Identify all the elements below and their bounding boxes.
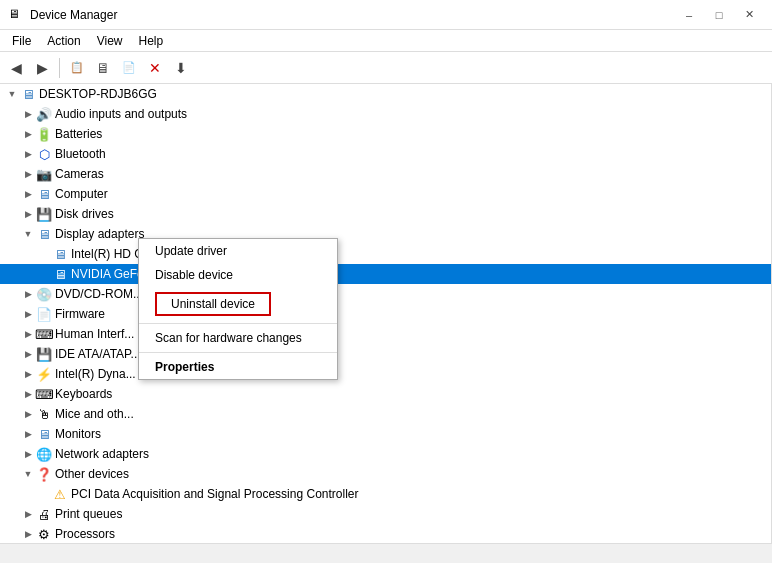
other-icon: ❓ <box>36 466 52 482</box>
processors-expand[interactable]: ▶ <box>20 526 36 542</box>
human-label: Human Interf... <box>55 327 134 341</box>
intel-dyn-icon: ⚡ <box>36 366 52 382</box>
monitors-expand[interactable]: ▶ <box>20 426 36 442</box>
root-icon: 🖥 <box>20 86 36 102</box>
audio-label: Audio inputs and outputs <box>55 107 187 121</box>
root-expand-icon[interactable]: ▼ <box>4 86 20 102</box>
intel-dyn-label: Intel(R) Dyna... <box>55 367 136 381</box>
cameras-expand[interactable]: ▶ <box>20 166 36 182</box>
displayadapters-icon: 🖥 <box>36 226 52 242</box>
ide-label: IDE ATA/ATAP... <box>55 347 141 361</box>
context-menu-properties[interactable]: Properties <box>139 355 337 379</box>
cameras-label: Cameras <box>55 167 104 181</box>
toolbar-uninstall[interactable]: ✕ <box>143 56 167 80</box>
tree-item-mice[interactable]: ▶ 🖱 Mice and oth... <box>0 404 771 424</box>
audio-expand[interactable]: ▶ <box>20 106 36 122</box>
monitors-label: Monitors <box>55 427 101 441</box>
print-label: Print queues <box>55 507 122 521</box>
tree-item-processors[interactable]: ▶ ⚙ Processors <box>0 524 771 543</box>
tree-item-cameras[interactable]: ▶ 📷 Cameras <box>0 164 771 184</box>
context-menu-scan[interactable]: Scan for hardware changes <box>139 326 337 350</box>
toolbar: ◀ ▶ 📋 🖥 📄 ✕ ⬇ <box>0 52 772 84</box>
toolbar-properties[interactable]: 📋 <box>65 56 89 80</box>
menu-help[interactable]: Help <box>131 32 172 50</box>
processors-icon: ⚙ <box>36 526 52 542</box>
context-menu: Update driver Disable device Uninstall d… <box>138 238 338 380</box>
context-menu-disable[interactable]: Disable device <box>139 263 337 287</box>
batteries-icon: 🔋 <box>36 126 52 142</box>
menu-view[interactable]: View <box>89 32 131 50</box>
monitors-icon: 🖥 <box>36 426 52 442</box>
tree-item-intel-hd[interactable]: ▶ 🖥 Intel(R) HD Graphics 520 <box>0 244 771 264</box>
window-title: Device Manager <box>30 8 117 22</box>
ide-expand[interactable]: ▶ <box>20 346 36 362</box>
batteries-label: Batteries <box>55 127 102 141</box>
dvd-icon: 💿 <box>36 286 52 302</box>
intel-dyn-expand[interactable]: ▶ <box>20 366 36 382</box>
tree-item-intel-dyn[interactable]: ▶ ⚡ Intel(R) Dyna... <box>0 364 771 384</box>
tree-item-diskdrives[interactable]: ▶ 💾 Disk drives <box>0 204 771 224</box>
tree-item-audio[interactable]: ▶ 🔊 Audio inputs and outputs <box>0 104 771 124</box>
tree-item-monitors[interactable]: ▶ 🖥 Monitors <box>0 424 771 444</box>
root-label: DESKTOP-RDJB6GG <box>39 87 157 101</box>
tree-item-computer[interactable]: ▶ 🖥 Computer <box>0 184 771 204</box>
title-bar-controls: – □ ✕ <box>674 5 764 25</box>
computer-icon: 🖥 <box>36 186 52 202</box>
intel-hd-expand: ▶ <box>36 246 52 262</box>
tree-item-dvd[interactable]: ▶ 💿 DVD/CD-ROM... <box>0 284 771 304</box>
tree-item-bluetooth[interactable]: ▶ ⬡ Bluetooth <box>0 144 771 164</box>
diskdrives-expand[interactable]: ▶ <box>20 206 36 222</box>
tree-item-ide[interactable]: ▶ 💾 IDE ATA/ATAP... <box>0 344 771 364</box>
network-expand[interactable]: ▶ <box>20 446 36 462</box>
mice-label: Mice and oth... <box>55 407 134 421</box>
status-bar <box>0 543 772 563</box>
computer-expand[interactable]: ▶ <box>20 186 36 202</box>
displayadapters-expand[interactable]: ▼ <box>20 226 36 242</box>
firmware-expand[interactable]: ▶ <box>20 306 36 322</box>
main-content: ▼ 🖥 DESKTOP-RDJB6GG ▶ 🔊 Audio inputs and… <box>0 84 772 543</box>
tree-item-network[interactable]: ▶ 🌐 Network adapters <box>0 444 771 464</box>
tree-item-firmware[interactable]: ▶ 📄 Firmware <box>0 304 771 324</box>
computer-label: Computer <box>55 187 108 201</box>
tree-item-other[interactable]: ▼ ❓ Other devices <box>0 464 771 484</box>
tree-item-human[interactable]: ▶ ⌨ Human Interf... <box>0 324 771 344</box>
pci-label: PCI Data Acquisition and Signal Processi… <box>71 487 358 501</box>
ide-icon: 💾 <box>36 346 52 362</box>
diskdrives-label: Disk drives <box>55 207 114 221</box>
toolbar-update[interactable]: ⬇ <box>169 56 193 80</box>
tree-item-batteries[interactable]: ▶ 🔋 Batteries <box>0 124 771 144</box>
mice-expand[interactable]: ▶ <box>20 406 36 422</box>
maximize-button[interactable]: □ <box>704 5 734 25</box>
tree-item-pci[interactable]: ▶ ⚠ PCI Data Acquisition and Signal Proc… <box>0 484 771 504</box>
menu-action[interactable]: Action <box>39 32 88 50</box>
close-button[interactable]: ✕ <box>734 5 764 25</box>
tree-item-nvidia[interactable]: ▶ 🖥 NVIDIA GeForce 940M <box>0 264 771 284</box>
batteries-expand[interactable]: ▶ <box>20 126 36 142</box>
tree-item-print[interactable]: ▶ 🖨 Print queues <box>0 504 771 524</box>
other-expand[interactable]: ▼ <box>20 466 36 482</box>
context-menu-uninstall[interactable]: Uninstall device <box>139 287 337 321</box>
mice-icon: 🖱 <box>36 406 52 422</box>
tree-root[interactable]: ▼ 🖥 DESKTOP-RDJB6GG <box>0 84 771 104</box>
processors-label: Processors <box>55 527 115 541</box>
keyboards-icon: ⌨ <box>36 386 52 402</box>
tree-item-displayadapters[interactable]: ▼ 🖥 Display adapters <box>0 224 771 244</box>
title-bar: 🖥 Device Manager – □ ✕ <box>0 0 772 30</box>
pci-expand: ▶ <box>36 486 52 502</box>
tree-item-keyboards[interactable]: ▶ ⌨ Keyboards <box>0 384 771 404</box>
bluetooth-expand[interactable]: ▶ <box>20 146 36 162</box>
keyboards-label: Keyboards <box>55 387 112 401</box>
dvd-expand[interactable]: ▶ <box>20 286 36 302</box>
toolbar-forward[interactable]: ▶ <box>30 56 54 80</box>
context-menu-update[interactable]: Update driver <box>139 239 337 263</box>
minimize-button[interactable]: – <box>674 5 704 25</box>
toolbar-back[interactable]: ◀ <box>4 56 28 80</box>
print-expand[interactable]: ▶ <box>20 506 36 522</box>
print-icon: 🖨 <box>36 506 52 522</box>
tree-panel[interactable]: ▼ 🖥 DESKTOP-RDJB6GG ▶ 🔊 Audio inputs and… <box>0 84 772 543</box>
toolbar-sep1 <box>59 58 60 78</box>
toolbar-computer[interactable]: 🖥 <box>91 56 115 80</box>
toolbar-scan[interactable]: 📄 <box>117 56 141 80</box>
menu-file[interactable]: File <box>4 32 39 50</box>
dvd-label: DVD/CD-ROM... <box>55 287 143 301</box>
